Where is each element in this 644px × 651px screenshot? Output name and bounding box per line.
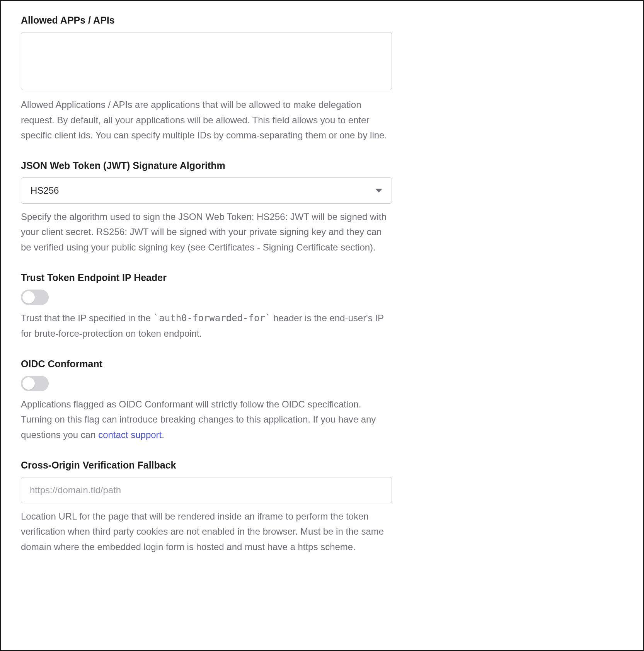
oidc-toggle[interactable] xyxy=(21,376,49,391)
oidc-help-pre: Applications flagged as OIDC Conformant … xyxy=(21,399,376,440)
jwt-algo-value: HS256 xyxy=(31,185,59,196)
chevron-down-icon xyxy=(375,189,382,193)
allowed-apps-help: Allowed Applications / APIs are applicat… xyxy=(21,97,392,143)
field-jwt-algo: JSON Web Token (JWT) Signature Algorithm… xyxy=(21,160,392,255)
trust-ip-help-pre: Trust that the IP specified in the xyxy=(21,313,153,323)
cross-origin-input[interactable] xyxy=(21,477,392,503)
settings-column: Allowed APPs / APIs Allowed Applications… xyxy=(21,15,392,554)
jwt-algo-label: JSON Web Token (JWT) Signature Algorithm xyxy=(21,160,392,171)
oidc-label: OIDC Conformant xyxy=(21,358,392,370)
allowed-apps-textarea[interactable] xyxy=(21,32,392,90)
trust-ip-label: Trust Token Endpoint IP Header xyxy=(21,272,392,283)
oidc-help: Applications flagged as OIDC Conformant … xyxy=(21,397,392,443)
trust-ip-toggle[interactable] xyxy=(21,290,49,305)
field-cross-origin: Cross-Origin Verification Fallback Locat… xyxy=(21,460,392,555)
jwt-algo-select[interactable]: HS256 xyxy=(21,177,392,204)
jwt-algo-help: Specify the algorithm used to sign the J… xyxy=(21,209,392,255)
trust-ip-help-code: `auth0-forwarded-for` xyxy=(153,313,271,324)
cross-origin-help: Location URL for the page that will be r… xyxy=(21,509,392,555)
allowed-apps-label: Allowed APPs / APIs xyxy=(21,15,392,26)
oidc-help-post: . xyxy=(162,429,164,440)
jwt-algo-select-wrap: HS256 xyxy=(21,177,392,204)
toggle-knob xyxy=(22,377,35,390)
cross-origin-label: Cross-Origin Verification Fallback xyxy=(21,460,392,471)
toggle-knob xyxy=(22,291,35,303)
contact-support-link[interactable]: contact support xyxy=(98,429,162,440)
field-oidc: OIDC Conformant Applications flagged as … xyxy=(21,358,392,443)
field-allowed-apps: Allowed APPs / APIs Allowed Applications… xyxy=(21,15,392,143)
trust-ip-help: Trust that the IP specified in the `auth… xyxy=(21,310,392,341)
settings-panel: Allowed APPs / APIs Allowed Applications… xyxy=(0,0,644,651)
field-trust-ip: Trust Token Endpoint IP Header Trust tha… xyxy=(21,272,392,341)
